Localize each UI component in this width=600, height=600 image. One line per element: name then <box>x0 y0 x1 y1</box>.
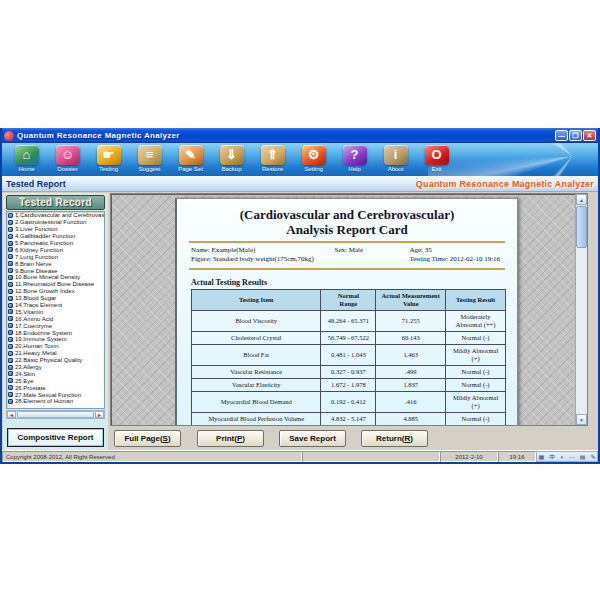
record-icon <box>8 399 13 404</box>
table-cell: 71.255 <box>376 311 446 332</box>
footer-button-print-p[interactable]: Print(P) <box>197 430 264 447</box>
toolbar-button-home[interactable]: ⌂Home <box>6 145 47 173</box>
minimize-button[interactable]: — <box>555 130 568 141</box>
list-item-label: 7.Lung Function <box>15 254 58 260</box>
record-icon <box>8 282 13 287</box>
table-cell: 60.143 <box>376 332 446 345</box>
list-item[interactable]: 3.Liver Function <box>7 226 104 233</box>
chinese-input-icon[interactable]: 中 <box>549 452 555 462</box>
list-item[interactable]: 19.Immune System <box>7 336 104 343</box>
patient-age: Age: 35 <box>409 246 503 255</box>
list-item[interactable]: 2.Gastrointestinal Function <box>7 219 104 226</box>
scroll-thumb[interactable] <box>17 411 94 418</box>
list-item[interactable]: 4.Gallbladder Function <box>7 233 104 240</box>
record-icon <box>8 227 13 232</box>
record-icon <box>8 351 13 356</box>
list-item[interactable]: 28.Element of Human <box>7 398 104 405</box>
record-icon <box>8 385 13 390</box>
tested-record-list[interactable]: 1.Cardiovascular and Cerebrovascular2.Ga… <box>6 211 105 409</box>
scroll-down-icon[interactable]: ▼ <box>576 414 587 425</box>
list-item-label: 6.Kidney Function <box>15 247 63 253</box>
keyboard-icon[interactable]: ▦ <box>539 452 545 462</box>
table-cell: Cholesterol Crystal <box>192 332 321 345</box>
list-item[interactable]: 5.Pancreatic Function <box>7 240 104 247</box>
table-cell: 0.327 - 0.937 <box>321 366 376 379</box>
maximize-button[interactable]: ❐ <box>569 130 582 141</box>
scroll-up-icon[interactable]: ▲ <box>576 194 587 205</box>
scroll-thumb[interactable] <box>576 206 587 248</box>
list-item-label: 16.Amino Acid <box>15 316 53 322</box>
list-item[interactable]: 26.Prostate <box>7 384 104 391</box>
list-item[interactable]: 6.Kidney Function <box>7 246 104 253</box>
results-table-body: Blood Viscosity48.264 - 65.37171.255Mode… <box>192 311 506 427</box>
table-cell: Mildly Abnormal (+) <box>446 345 506 366</box>
list-item[interactable]: 8.Brain Nerve <box>7 260 104 267</box>
table-cell: Normal (-) <box>446 379 506 392</box>
list-item[interactable]: 15.Vitamin <box>7 308 104 315</box>
toolbar-button-dossier[interactable]: ☺Dossier <box>47 145 88 173</box>
table-cell: Myocardial Blood Perfusion Volume <box>192 413 321 426</box>
list-item[interactable]: 11.Rheumatoid Bone Disease <box>7 281 104 288</box>
toolbar-button-help[interactable]: ?Help <box>334 145 375 173</box>
toolbar-button-exit[interactable]: OExit <box>416 145 457 173</box>
list-item[interactable]: 14.Trace Element <box>7 302 104 309</box>
list-item[interactable]: 12.Bone Growth Index <box>7 288 104 295</box>
list-item[interactable]: 10.Bone Mineral Density <box>7 274 104 281</box>
footer-button-full-page-s[interactable]: Full Page(S) <box>114 430 181 447</box>
close-button[interactable]: ✕ <box>583 130 596 141</box>
scroll-right-icon[interactable]: ► <box>95 411 104 418</box>
list-item[interactable]: 13.Blood Sugar <box>7 295 104 302</box>
table-cell: Mildly Abnormal (+) <box>446 392 506 413</box>
report-title-line1: (Cardiovascular and Cerebrovascular) <box>177 207 517 222</box>
results-section-title: Actual Testing Results <box>191 278 503 287</box>
report-vscrollbar[interactable]: ▲ ▼ <box>575 194 587 425</box>
table-cell: 4.832 - 5.147 <box>321 413 376 426</box>
list-item[interactable]: 1.Cardiovascular and Cerebrovascular <box>7 212 104 219</box>
compositive-report-button[interactable]: Compositive Report <box>7 428 104 447</box>
list-item[interactable]: 9.Bone Disease <box>7 267 104 274</box>
record-icon <box>8 330 13 335</box>
list-item[interactable]: 23.Allergy <box>7 364 104 371</box>
table-row: Myocardial Blood Demand0.192 - 0.412.416… <box>192 392 506 413</box>
list-item[interactable]: 25.Eye <box>7 377 104 384</box>
patient-info: Name: Example(Male) Sex: Male Age: 35 Fi… <box>191 246 503 264</box>
sidebar-title: Tested Record <box>6 195 105 210</box>
pen-settings-icon[interactable]: ✎ <box>590 452 595 462</box>
toolbar-button-suggest[interactable]: ≡Suggest <box>129 145 170 173</box>
list-item[interactable]: 17.Coenzyme <box>7 322 104 329</box>
footer-button-return-r[interactable]: Return(R) <box>361 430 428 447</box>
toolbar-button-testing[interactable]: ☛Testing <box>88 145 129 173</box>
page-title: Tested Report <box>6 179 66 189</box>
list-item[interactable]: 16.Amino Acid <box>7 315 104 322</box>
titlebar[interactable]: Quantum Resonance Magnetic Analyzer — ❐ … <box>2 128 598 143</box>
list-item[interactable]: 18.Endocrine System <box>7 329 104 336</box>
toolbar-button-about[interactable]: iAbout <box>375 145 416 173</box>
table-cell: .416 <box>376 392 446 413</box>
record-icon <box>8 247 13 252</box>
toolbar-button-backup[interactable]: ⇓Backup <box>211 145 252 173</box>
scroll-left-icon[interactable]: ◄ <box>7 411 16 418</box>
toolbar-button-setting[interactable]: ⚙Setting <box>293 145 334 173</box>
list-item-label: 1.Cardiovascular and Cerebrovascular <box>15 212 105 218</box>
toolbar-button-page-set[interactable]: ✎Page Set <box>170 145 211 173</box>
footer-button-save-report[interactable]: Save Report <box>279 430 346 447</box>
more-options-icon[interactable]: ⋯ <box>569 452 575 462</box>
softkeyboard-icon[interactable]: ▤ <box>580 452 586 462</box>
list-item[interactable]: 20.Human Toxin <box>7 343 104 350</box>
ime-mode-icon[interactable]: ◗ <box>560 452 564 462</box>
list-item[interactable]: 24.Skin <box>7 370 104 377</box>
list-item[interactable]: 7.Lung Function <box>7 253 104 260</box>
list-item[interactable]: 21.Heavy Metal <box>7 350 104 357</box>
list-item[interactable]: 27.Male Sexual Function <box>7 391 104 398</box>
list-item[interactable]: 22.Basic Physical Quality <box>7 357 104 364</box>
toolbar-button-restore[interactable]: ⇑Restore <box>252 145 293 173</box>
record-icon <box>8 316 13 321</box>
table-row: Vascular Elasticity1.672 - 1.9781.837Nor… <box>192 379 506 392</box>
list-item-label: 12.Bone Growth Index <box>15 288 75 294</box>
system-tray[interactable]: ▦中◗⋯▤✎ <box>536 451 598 462</box>
table-cell: 0.481 - 1.043 <box>321 345 376 366</box>
record-icon <box>8 303 13 308</box>
list-item-label: 28.Element of Human <box>15 398 73 404</box>
patient-name: Name: Example(Male) <box>191 246 335 255</box>
sidebar-hscrollbar[interactable]: ◄ ► <box>6 410 105 419</box>
